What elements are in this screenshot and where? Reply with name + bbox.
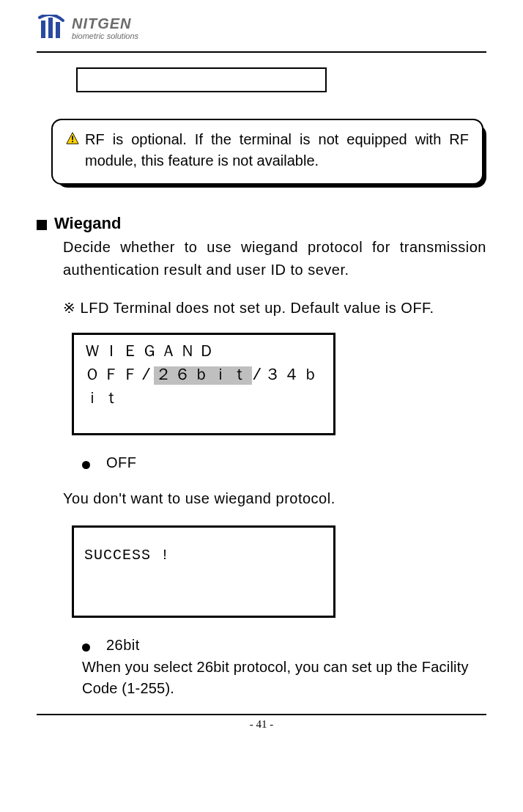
option-off-description: You don't want to use wiegand protocol. bbox=[63, 487, 486, 509]
warning-callout: RF is optional. If the terminal is not e… bbox=[51, 119, 483, 185]
section-description: Decide whether to use wiegand protocol f… bbox=[63, 236, 486, 281]
square-bullet-icon bbox=[37, 220, 47, 230]
option-26bit-description: When you select 26bit protocol, you can … bbox=[82, 657, 486, 699]
brand-logo-icon bbox=[37, 15, 66, 41]
option-26bit-row: 26bit bbox=[82, 637, 486, 654]
brand-name: NITGEN bbox=[72, 16, 138, 31]
page-number: - 41 - bbox=[37, 718, 486, 731]
header-divider bbox=[37, 51, 486, 53]
section-title: Wiegand bbox=[54, 214, 121, 233]
empty-outline-box bbox=[76, 67, 327, 92]
warning-icon bbox=[66, 132, 79, 145]
page-header: NITGEN biometric solutions bbox=[37, 15, 486, 51]
lcd-line-2: ＯＦＦ/２６ｂｉｔ/３４ｂｉｔ bbox=[84, 364, 323, 411]
footer-divider bbox=[37, 714, 486, 715]
lcd-success-text: SUCCESS ! bbox=[84, 545, 323, 566]
brand-tagline: biometric solutions bbox=[72, 32, 138, 40]
round-bullet-icon bbox=[82, 461, 90, 469]
warning-text: RF is optional. If the terminal is not e… bbox=[85, 129, 469, 171]
svg-rect-1 bbox=[72, 136, 73, 139]
lcd-prefix: ＯＦＦ/ bbox=[84, 366, 154, 385]
section-heading-row: Wiegand bbox=[37, 214, 486, 233]
svg-rect-2 bbox=[72, 141, 73, 142]
option-off-row: OFF bbox=[82, 454, 486, 471]
section-note: ※ LFD Terminal does not set up. Default … bbox=[63, 299, 486, 317]
lcd-display-wiegand: ＷＩＥＧＡＮＤ ＯＦＦ/２６ｂｉｔ/３４ｂｉｔ bbox=[72, 333, 335, 435]
lcd-display-success: SUCCESS ! bbox=[72, 525, 335, 618]
round-bullet-icon bbox=[82, 643, 90, 652]
option-26bit-label: 26bit bbox=[106, 637, 140, 654]
lcd-line-1: ＷＩＥＧＡＮＤ bbox=[84, 341, 323, 364]
lcd-selected-option: ２６ｂｉｔ bbox=[154, 366, 252, 385]
option-off-label: OFF bbox=[106, 454, 137, 471]
